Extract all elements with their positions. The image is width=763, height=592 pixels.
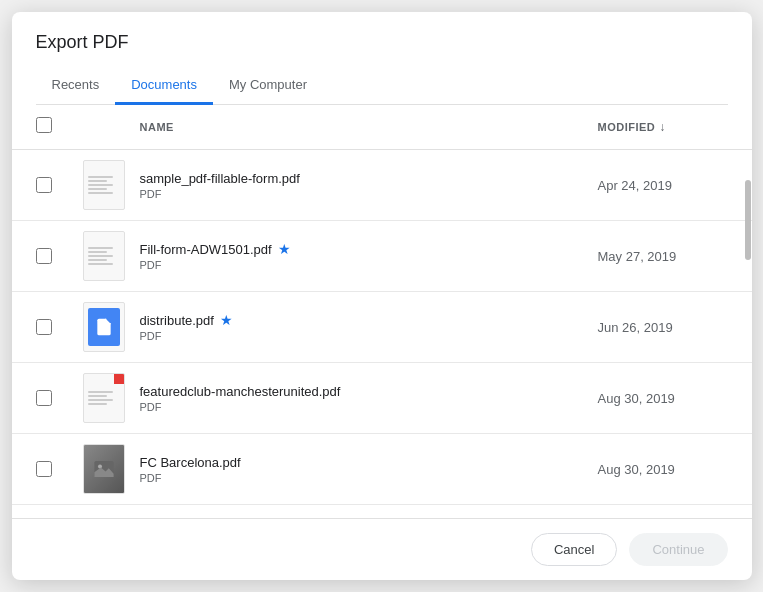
file-thumbnail — [80, 302, 128, 352]
file-type: PDF — [140, 472, 586, 484]
star-icon: ★ — [220, 312, 233, 328]
col-name-header: NAME — [140, 121, 586, 133]
file-type: PDF — [140, 330, 586, 342]
table-row[interactable]: sample_pdf-fillable-form.pdf PDF Apr 24,… — [12, 150, 752, 221]
star-icon: ★ — [278, 241, 291, 257]
row-checkbox-col — [36, 461, 68, 477]
table-row[interactable]: FC Barcelona.pdf PDF Aug 30, 2019 — [12, 434, 752, 505]
dialog-header: Export PDF Recents Documents My Computer — [12, 12, 752, 105]
file-thumbnail — [80, 160, 128, 210]
continue-button[interactable]: Continue — [629, 533, 727, 566]
file-thumbnail — [80, 373, 128, 423]
row-checkbox-col — [36, 248, 68, 264]
pdf-lines-preview — [84, 172, 124, 198]
file-info: sample_pdf-fillable-form.pdf PDF — [140, 171, 586, 200]
file-modified: May 27, 2019 — [598, 249, 728, 264]
file-list: sample_pdf-fillable-form.pdf PDF Apr 24,… — [12, 150, 752, 518]
image-placeholder — [84, 445, 124, 493]
file-info: featuredclub-manchesterunited.pdf PDF — [140, 384, 586, 413]
row-checkbox[interactable] — [36, 248, 52, 264]
table-row[interactable]: Fill-form-ADW1501.pdf ★ PDF May 27, 2019 — [12, 221, 752, 292]
file-name: sample_pdf-fillable-form.pdf — [140, 171, 586, 186]
pdf-line — [88, 399, 114, 401]
row-checkbox[interactable] — [36, 177, 52, 193]
pdf-line — [88, 184, 114, 186]
document-svg — [94, 317, 114, 337]
sort-arrow-icon: ↓ — [659, 120, 666, 134]
select-all-checkbox-col — [36, 117, 68, 137]
tab-my-computer[interactable]: My Computer — [213, 67, 323, 105]
file-name: distribute.pdf ★ — [140, 312, 586, 328]
file-modified: Apr 24, 2019 — [598, 178, 728, 193]
file-name: FC Barcelona.pdf — [140, 455, 586, 470]
file-name: Fill-form-ADW1501.pdf ★ — [140, 241, 586, 257]
tab-recents[interactable]: Recents — [36, 67, 116, 105]
thumb-preview — [83, 231, 125, 281]
thumb-preview — [83, 373, 125, 423]
doc-icon — [88, 308, 120, 346]
row-checkbox-col — [36, 390, 68, 406]
table-row[interactable]: featuredclub-manchesterunited.pdf PDF Au… — [12, 363, 752, 434]
pdf-line — [88, 391, 114, 393]
dialog-title: Export PDF — [36, 32, 728, 53]
table-row[interactable]: distribute.pdf ★ PDF Jun 26, 2019 — [12, 292, 752, 363]
col-modified-header[interactable]: MODIFIED ↓ — [598, 120, 728, 134]
pdf-line — [88, 259, 107, 261]
dialog-footer: Cancel Continue — [12, 518, 752, 580]
tabs: Recents Documents My Computer — [36, 67, 728, 105]
row-checkbox[interactable] — [36, 390, 52, 406]
file-modified: Aug 30, 2019 — [598, 391, 728, 406]
thumb-preview — [83, 302, 125, 352]
thumb-preview — [83, 160, 125, 210]
scrollbar-track — [744, 150, 752, 518]
row-checkbox[interactable] — [36, 461, 52, 477]
pdf-lines-preview — [84, 387, 124, 409]
select-all-checkbox[interactable] — [36, 117, 52, 133]
tab-documents[interactable]: Documents — [115, 67, 213, 105]
file-info: Fill-form-ADW1501.pdf ★ PDF — [140, 241, 586, 271]
thumb-preview — [83, 444, 125, 494]
file-modified: Aug 30, 2019 — [598, 462, 728, 477]
table-header: NAME MODIFIED ↓ — [12, 105, 752, 150]
file-thumbnail — [80, 444, 128, 494]
file-info: distribute.pdf ★ PDF — [140, 312, 586, 342]
file-name: featuredclub-manchesterunited.pdf — [140, 384, 586, 399]
pdf-line — [88, 255, 114, 257]
scrollbar-thumb[interactable] — [745, 180, 751, 260]
pdf-line — [88, 188, 107, 190]
image-svg — [94, 461, 114, 477]
pdf-line — [88, 251, 107, 253]
file-modified: Jun 26, 2019 — [598, 320, 728, 335]
pdf-lines-preview — [84, 243, 124, 269]
row-checkbox[interactable] — [36, 319, 52, 335]
pdf-line — [88, 176, 114, 178]
export-pdf-dialog: Export PDF Recents Documents My Computer… — [12, 12, 752, 580]
row-checkbox-col — [36, 177, 68, 193]
file-type: PDF — [140, 259, 586, 271]
pdf-line — [88, 403, 107, 405]
pdf-line — [88, 247, 114, 249]
row-checkbox-col — [36, 319, 68, 335]
file-thumbnail — [80, 231, 128, 281]
pdf-line — [88, 395, 107, 397]
cancel-button[interactable]: Cancel — [531, 533, 617, 566]
file-type: PDF — [140, 401, 586, 413]
pdf-line — [88, 263, 114, 265]
red-corner — [114, 374, 124, 384]
file-info: FC Barcelona.pdf PDF — [140, 455, 586, 484]
pdf-line — [88, 192, 114, 194]
file-type: PDF — [140, 188, 586, 200]
pdf-line — [88, 180, 107, 182]
